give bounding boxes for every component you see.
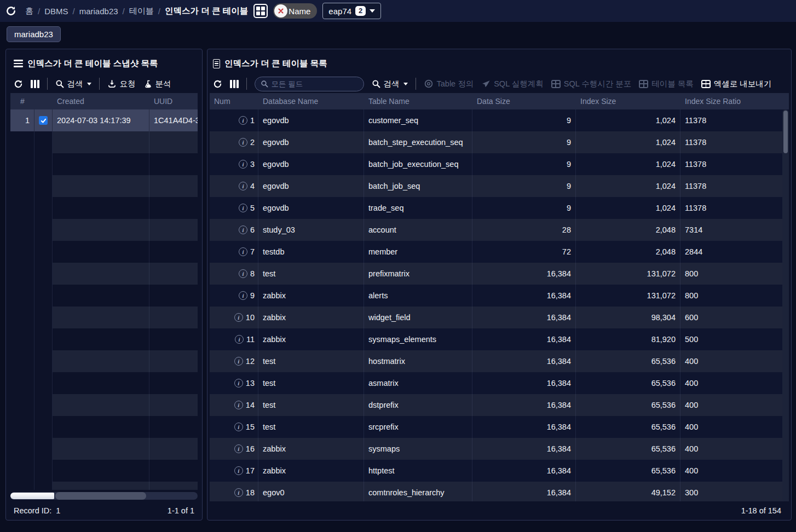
field-search-input[interactable] xyxy=(272,80,358,88)
row-index-size-ratio: 400 xyxy=(680,460,789,482)
info-icon[interactable]: i xyxy=(234,466,243,475)
info-icon[interactable]: i xyxy=(234,423,243,431)
snapshot-row-selected[interactable]: 1 2024-07-03 14:17:39 1C41A4D4-3 xyxy=(10,109,198,131)
table-row[interactable]: i 10 zabbix widget_field 16,384 98,304 6… xyxy=(210,307,789,328)
empty-row xyxy=(10,307,198,328)
grid-view-icon[interactable] xyxy=(253,4,268,18)
table-row[interactable]: i 15 test srcprefix 16,384 65,536 400 xyxy=(210,416,789,438)
column-header-database-name[interactable]: Database Name xyxy=(258,97,364,106)
column-header-table-name[interactable]: Table Name xyxy=(364,97,472,106)
table-definition-button[interactable]: Table 정의 xyxy=(424,79,474,89)
field-search-box[interactable] xyxy=(255,77,364,91)
info-icon[interactable]: i xyxy=(239,247,247,256)
table-row[interactable]: i 12 test hostmatrix 16,384 65,536 400 xyxy=(210,350,789,372)
search-dropdown-button[interactable]: 검색 xyxy=(55,79,91,89)
column-header-uuid[interactable]: UUID xyxy=(149,97,198,106)
info-icon[interactable]: i xyxy=(239,160,247,169)
filter-chip-name[interactable]: Name xyxy=(273,3,317,19)
table-row[interactable]: i 7 testdb member 72 2,048 2844 xyxy=(210,241,789,263)
breadcrumb-dbms[interactable]: DBMS xyxy=(44,7,68,16)
columns-button[interactable] xyxy=(31,80,39,88)
empty-cell xyxy=(149,438,198,460)
table-row[interactable]: i 18 egov0 comtnroles_hierarchy 16,384 4… xyxy=(210,482,789,501)
snapshot-list-panel: 인덱스가 더 큰 테이블 스냅샷 목록 검색 요청 분석 xyxy=(5,49,203,521)
info-icon[interactable]: i xyxy=(234,313,243,322)
breadcrumb-separator: / xyxy=(123,7,125,16)
info-icon[interactable]: i xyxy=(239,225,247,234)
table-row[interactable]: i 13 test asmatrix 16,384 65,536 400 xyxy=(210,372,789,394)
breadcrumb-tables[interactable]: 테이블 xyxy=(129,6,154,16)
empty-cell xyxy=(53,285,149,307)
instance-dropdown[interactable]: eap74 2 xyxy=(322,3,381,19)
row-database-name: egov0 xyxy=(258,482,364,501)
info-icon[interactable]: i xyxy=(234,488,243,497)
vertical-scrollbar[interactable] xyxy=(782,109,789,501)
info-icon[interactable]: i xyxy=(239,269,247,278)
row-table-name: comtnroles_hierarchy xyxy=(364,482,472,501)
row-checkbox-checked[interactable] xyxy=(39,116,48,125)
table-row[interactable]: i 3 egovdb batch_job_execution_seq 9 1,0… xyxy=(210,153,789,175)
table-row[interactable]: i 17 zabbix httptest 16,384 65,536 400 xyxy=(210,460,789,482)
refresh-button[interactable] xyxy=(213,79,222,89)
row-table-name: batch_job_seq xyxy=(364,175,472,197)
analyze-button[interactable]: 분석 xyxy=(143,79,171,89)
table-list-button[interactable]: 테이블 목록 xyxy=(639,79,694,89)
record-id-value: 1 xyxy=(56,506,60,515)
menu-icon[interactable] xyxy=(14,60,23,67)
table-row[interactable]: i 1 egovdb customer_seq 9 1,024 11378 xyxy=(210,109,789,131)
row-index-size: 2,048 xyxy=(576,241,680,263)
row-index-size: 65,536 xyxy=(576,416,680,438)
tab-mariadb23[interactable]: mariadb23 xyxy=(7,26,61,42)
column-header-index-size[interactable]: Index Size xyxy=(576,97,680,106)
info-icon[interactable]: i xyxy=(239,204,247,212)
export-excel-label: 엑셀로 내보내기 xyxy=(714,79,772,89)
column-header-num[interactable]: Num xyxy=(210,97,258,106)
request-button[interactable]: 요청 xyxy=(107,79,136,89)
row-data-size: 16,384 xyxy=(472,285,576,307)
row-data-size: 9 xyxy=(472,175,576,197)
info-icon[interactable]: i xyxy=(234,444,243,453)
info-icon[interactable]: i xyxy=(239,138,247,147)
column-header-index[interactable]: # xyxy=(10,97,34,106)
scrollbar-thumb[interactable] xyxy=(55,492,146,500)
info-icon[interactable]: i xyxy=(239,116,247,125)
columns-icon xyxy=(31,80,39,88)
info-icon[interactable]: i xyxy=(234,379,243,388)
instance-count-badge: 2 xyxy=(355,6,366,16)
table-row[interactable]: i 6 study_03 account 28 2,048 7314 xyxy=(210,219,789,241)
search-dropdown-button[interactable]: 검색 xyxy=(372,79,408,89)
refresh-button[interactable] xyxy=(14,79,23,89)
table-row[interactable]: i 16 zabbix sysmaps 16,384 65,536 400 xyxy=(210,438,789,460)
remove-filter-icon[interactable] xyxy=(274,4,287,18)
row-num: 6 xyxy=(250,225,255,234)
table-row[interactable]: i 4 egovdb batch_job_seq 9 1,024 11378 xyxy=(210,175,789,197)
info-icon[interactable]: i xyxy=(239,182,247,190)
info-icon[interactable]: i xyxy=(235,335,244,344)
empty-cell xyxy=(34,394,53,416)
refresh-icon[interactable] xyxy=(5,5,16,16)
export-excel-button[interactable]: 엑셀로 내보내기 xyxy=(701,79,772,89)
table-row[interactable]: i 14 test dstprefix 16,384 65,536 400 xyxy=(210,394,789,416)
sql-time-distribution-button[interactable]: SQL 수행시간 분포 xyxy=(551,79,632,89)
info-icon[interactable]: i xyxy=(234,357,243,366)
flask-icon xyxy=(143,79,152,89)
sql-plan-button[interactable]: SQL 실행계획 xyxy=(481,79,544,89)
column-header-data-size[interactable]: Data Size xyxy=(472,97,576,106)
columns-button[interactable] xyxy=(230,80,239,88)
column-header-created[interactable]: Created xyxy=(53,97,149,106)
empty-cell xyxy=(53,219,149,241)
table-row[interactable]: i 9 zabbix alerts 16,384 131,072 800 xyxy=(210,285,789,307)
info-icon[interactable]: i xyxy=(234,401,243,409)
empty-row xyxy=(10,416,198,438)
horizontal-scrollbar[interactable] xyxy=(10,492,198,500)
breadcrumb-mariadb23[interactable]: mariadb23 xyxy=(79,7,118,16)
table-row[interactable]: i 5 egovdb trade_seq 9 1,024 11378 xyxy=(210,197,789,219)
table-row[interactable]: i 8 test prefixmatrix 16,384 131,072 800 xyxy=(210,263,789,285)
breadcrumb-home[interactable]: 홈 xyxy=(25,6,33,16)
column-header-index-size-ratio[interactable]: Index Size Ratio xyxy=(680,97,789,106)
info-icon[interactable]: i xyxy=(239,291,247,300)
table-row[interactable]: i 2 egovdb batch_step_execution_seq 9 1,… xyxy=(210,131,789,153)
table-row[interactable]: i 11 zabbix sysmaps_elements 16,384 81,9… xyxy=(210,328,789,350)
scrollbar-thumb[interactable] xyxy=(783,111,788,153)
chevron-down-icon xyxy=(87,83,91,85)
